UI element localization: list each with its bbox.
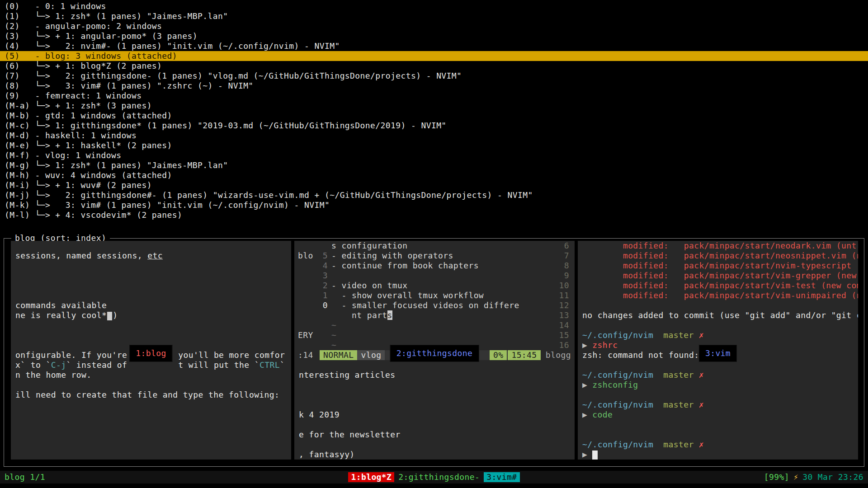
buffer-line: blo5- editing with operators7	[298, 251, 571, 261]
pane-label-blog: 1:blog	[129, 345, 172, 362]
text-line: ill need to create that file and type th…	[15, 390, 289, 400]
shell-prompt: ~/.config/nvimmaster✗	[582, 330, 856, 340]
status-window-gitthingsdone[interactable]: 2:gitthingsdone-	[394, 472, 484, 482]
session-row[interactable]: (M-f) - vlog: 1 windows	[0, 150, 868, 160]
clock: 30 Mar 23:26	[802, 472, 863, 482]
buffer-line: ERY~15	[298, 330, 571, 340]
git-modified-line: modified: pack/minpac/start/neodark.vim …	[582, 241, 856, 251]
window-row[interactable]: (M-c) └─> 1: gitthingsdone* (1 panes) "2…	[0, 121, 868, 131]
tmux-choose-tree-screen: { "session_list": { "rows": [ { "text": …	[0, 0, 868, 488]
text-line: n the home row.	[15, 370, 289, 380]
status-window-vim[interactable]: 3:vim#	[484, 472, 519, 482]
tmux-status-bar: blog 1/1 1:blog*Z 2:gitthingsdone- 3:vim…	[0, 471, 868, 483]
session-tree: (0) - 0: 1 windows (1) └─> 1: zsh* (1 pa…	[0, 1, 868, 220]
buffer-line: 2- video on tmux10	[298, 281, 571, 291]
window-row[interactable]: (M-k) └─> 3: vim# (1 panes) "init.vim (~…	[0, 200, 868, 210]
text-line: e for the newsletter	[299, 430, 573, 440]
window-row[interactable]: (3) └─> + 1: angular-pomo* (3 panes)	[0, 31, 868, 41]
pane-label-gitthingsdone: 2:gitthingsdone	[390, 345, 479, 362]
text-line: sessions, named sessions, etc	[15, 251, 289, 261]
window-row[interactable]: (7) └─> 2: gitthingsdone- (1 panes) "vlo…	[0, 71, 868, 81]
git-modified-line: modified: pack/minpac/start/vim-test (ne…	[582, 281, 856, 291]
window-row[interactable]: (M-j) └─> 2: gitthingsdone#- (1 panes) "…	[0, 190, 868, 200]
buffer-line: 0 - smaller focused videos on differe12	[298, 300, 571, 310]
session-indicator: blog 1/1	[5, 472, 348, 482]
window-row[interactable]: (6) └─> + 1: blog*Z (2 panes)	[0, 61, 868, 71]
pane-label-vim: 3:vim	[699, 345, 737, 362]
session-row[interactable]: (2) - angular-pomo: 2 windows	[0, 21, 868, 31]
git-modified-line: modified: pack/minpac/start/vim-unimpair…	[582, 291, 856, 300]
charging-bolt-icon: ⚡	[793, 472, 798, 482]
buffer-line: s configuration6	[298, 241, 571, 251]
vim-cursor: s	[387, 310, 392, 320]
shell-prompt: ~/.config/nvimmaster✗	[582, 440, 856, 450]
shell-command: ▶code	[582, 410, 856, 420]
window-row[interactable]: (M-a) └─> + 1: zsh* (3 panes)	[0, 101, 868, 111]
preview-pane-blog: sessions, named sessions, etc commands a…	[11, 241, 291, 460]
window-row[interactable]: (M-l) └─> + 4: vscodevim* (2 panes)	[0, 210, 868, 220]
text-line: ne is really cool*)	[15, 310, 289, 320]
window-row[interactable]: (M-i) └─> + 1: wuv# (2 panes)	[0, 180, 868, 190]
buffer-line: 1 - show overall tmux workflow11	[298, 291, 571, 300]
shell-command: ▶zshconfig	[582, 380, 856, 390]
window-list: 1:blog*Z 2:gitthingsdone- 3:vim#	[348, 472, 519, 482]
git-status-line: no changes added to commit (use "git add…	[582, 310, 856, 320]
shell-prompt: ~/.config/nvimmaster✗	[582, 370, 856, 380]
vim-scroll-percent: 0%	[490, 350, 507, 360]
shell-prompt: ~/.config/nvimmaster✗	[582, 400, 856, 410]
status-window-blog[interactable]: 1:blog*Z	[348, 472, 394, 482]
buffer-line: ~14	[298, 320, 571, 330]
block-cursor	[107, 312, 112, 320]
session-row[interactable]: (0) - 0: 1 windows	[0, 1, 868, 11]
buffer-line: 4- continue from book chapters8	[298, 261, 571, 271]
session-row-selected[interactable]: (5) - blog: 3 windows (attached)	[0, 51, 868, 61]
text-line: nteresting articles	[299, 370, 573, 380]
session-row[interactable]: (M-d) - haskell: 1 windows	[0, 131, 868, 141]
window-row[interactable]: (4) └─> 2: nvim#- (1 panes) "init.vim (~…	[0, 41, 868, 51]
vim-mode-indicator: NORMAL	[320, 350, 357, 360]
git-modified-line: modified: pack/minpac/start/vim-grepper …	[582, 271, 856, 281]
vim-cursor-position: 15:45	[508, 350, 540, 360]
text-line: commands available	[15, 300, 289, 310]
preview-box: blog (sort: index) sessions, named sessi…	[4, 238, 864, 467]
session-row[interactable]: (M-h) - wuv: 4 windows (attached)	[0, 170, 868, 180]
session-row[interactable]: (9) - femreact: 1 windows	[0, 91, 868, 101]
window-row[interactable]: (M-e) └─> + 1: haskell* (2 panes)	[0, 141, 868, 150]
buffer-line: nt parts13	[298, 310, 571, 320]
terminal-cursor	[592, 450, 598, 460]
preview-panes: sessions, named sessions, etc commands a…	[11, 241, 858, 460]
git-modified-line: modified: pack/minpac/start/nvim-typescr…	[582, 261, 856, 271]
text-line: k 4 2019	[299, 410, 573, 420]
window-row[interactable]: (1) └─> 1: zsh* (1 panes) "Jaimes-MBP.la…	[0, 11, 868, 21]
window-row[interactable]: (8) └─> 3: vim# (1 panes) ".zshrc (~) - …	[0, 81, 868, 91]
git-modified-line: modified: pack/minpac/start/neosnippet.v…	[582, 251, 856, 261]
status-right: [99%]⚡30 Mar 23:26	[520, 462, 863, 488]
preview-pane-vim: modified: pack/minpac/start/neodark.vim …	[578, 241, 858, 460]
vim-filename: vlog	[357, 350, 385, 360]
preview-pane-gitthingsdone: s configuration6 blo5- editing with oper…	[294, 241, 575, 460]
session-row[interactable]: (M-b) - gtd: 1 windows (attached)	[0, 111, 868, 121]
shell-prompt-active: ▶	[582, 450, 856, 460]
text-line: , fantasyy)	[299, 450, 573, 460]
buffer-line: 39	[298, 271, 571, 281]
battery-indicator: [99%]	[764, 472, 789, 482]
window-row[interactable]: (M-g) └─> 1: zsh* (1 panes) "Jaimes-MBP.…	[0, 160, 868, 170]
